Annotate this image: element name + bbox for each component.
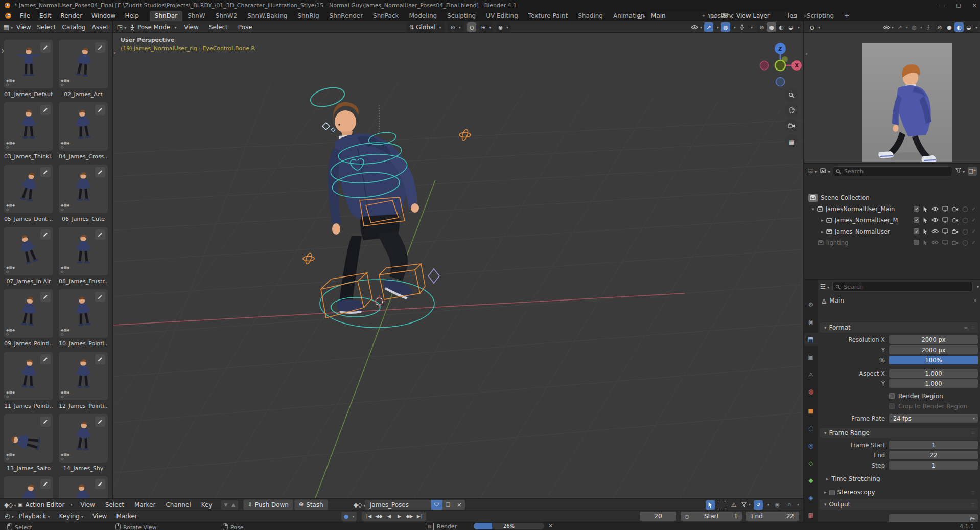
blender-menu-icon[interactable] bbox=[4, 12, 12, 19]
asset-card-partial[interactable] bbox=[59, 476, 108, 498]
viewport-menu-view[interactable]: View bbox=[179, 24, 203, 31]
edit-pose-icon[interactable] bbox=[40, 105, 51, 115]
tab-world[interactable]: ◍ bbox=[804, 385, 818, 398]
action-icon[interactable]: ◆◇▾ bbox=[354, 501, 364, 509]
timeline-view-menu[interactable]: View bbox=[88, 513, 111, 520]
collection-toggles[interactable]: ✓ ◯✓ bbox=[914, 203, 976, 214]
preview-visibility-dropdown[interactable]: ▾ bbox=[883, 25, 894, 30]
tab-physics[interactable]: ◌ bbox=[804, 422, 818, 435]
asset-card[interactable]: ◆▦◆◇02_James_Act bbox=[59, 40, 108, 98]
preview-shading-material[interactable]: ◐ bbox=[954, 22, 964, 32]
edit-pose-icon[interactable] bbox=[95, 167, 105, 177]
tab-shnw[interactable]: ShnW bbox=[182, 11, 211, 21]
exclude-checkbox[interactable]: ✓ bbox=[914, 217, 919, 223]
view-layer-field[interactable]: View Layer bbox=[733, 11, 788, 20]
panel-frame-range[interactable]: ▾Frame Range ∷ bbox=[820, 428, 978, 438]
camera-view-button[interactable] bbox=[785, 119, 798, 132]
tab-shnw-baking[interactable]: ShnW.Baking bbox=[242, 11, 292, 21]
current-frame-field[interactable]: 20 bbox=[640, 512, 676, 521]
dope-menu-marker[interactable]: Marker bbox=[130, 501, 160, 509]
properties-options-icon[interactable]: ▾ bbox=[977, 285, 979, 289]
frame-start-field[interactable]: 1 bbox=[889, 441, 978, 449]
view-layer-icon[interactable]: ▾ bbox=[721, 12, 732, 19]
xray-toggle[interactable] bbox=[738, 22, 747, 32]
asset-card[interactable]: ◆▦◆◇07_James_In Air bbox=[4, 227, 53, 285]
tab-shading[interactable]: Shading bbox=[573, 11, 608, 21]
stereoscopy-checkbox[interactable] bbox=[829, 490, 835, 495]
filters-dropdown[interactable]: ▾ bbox=[741, 502, 751, 508]
dope-menu-view[interactable]: View bbox=[76, 501, 99, 509]
preview-viewport[interactable]: ‹› bbox=[803, 33, 980, 163]
dope-proportional-icon[interactable]: ◉ bbox=[773, 500, 782, 510]
menu-window[interactable]: Window bbox=[87, 12, 120, 19]
shading-rendered[interactable]: ◒ bbox=[786, 22, 796, 32]
tab-scene[interactable]: ◬ bbox=[804, 367, 818, 381]
asset-menu-view[interactable]: View bbox=[13, 24, 34, 31]
preview-shading-solid[interactable]: ● bbox=[945, 22, 954, 32]
outliner-display-mode-icon[interactable]: ☰▾ bbox=[807, 168, 818, 175]
add-workspace-button[interactable]: + bbox=[839, 11, 854, 21]
tab-shndar[interactable]: ShnDar bbox=[150, 11, 182, 21]
asset-card[interactable]: ◆▦◆◇08_James_Frustr... bbox=[59, 227, 108, 285]
preview-gizmos-toggle[interactable]: ↗ bbox=[895, 22, 904, 32]
editor-mode-dropdown[interactable]: ▣ Action Editor▾ bbox=[15, 501, 75, 509]
tab-output[interactable]: ▤ bbox=[804, 333, 818, 346]
play-reverse-button[interactable]: ◀ bbox=[384, 512, 394, 521]
axis-neg-z[interactable] bbox=[776, 78, 785, 86]
snap-settings-dropdown[interactable]: ⊞▾ bbox=[479, 22, 493, 32]
pivot-point-dropdown[interactable]: ⊙▾ bbox=[448, 22, 464, 32]
dope-menu-select[interactable]: Select bbox=[101, 501, 129, 509]
auto-keying-toggle[interactable]: ●▾ bbox=[341, 512, 357, 521]
panel-stereoscopy[interactable]: ▸Stereoscopy ∷ bbox=[820, 487, 978, 497]
tab-texture[interactable]: ▩ bbox=[804, 509, 818, 522]
asset-card[interactable]: ◆▦◆◇06_James_Cute bbox=[59, 165, 108, 222]
outliner-search-input[interactable] bbox=[843, 168, 949, 175]
menu-edit[interactable]: Edit bbox=[35, 12, 56, 19]
expander-icon[interactable]: ▸ bbox=[821, 218, 824, 223]
move-channel-down-button[interactable]: ▼ bbox=[224, 502, 227, 508]
edit-pose-icon[interactable] bbox=[40, 292, 51, 302]
copy-action-button[interactable]: ❏ bbox=[442, 500, 454, 510]
resolution-y-field[interactable]: 2000 px bbox=[889, 345, 978, 354]
asset-card[interactable]: ◆▦◆◇12_James_Pointi... bbox=[59, 352, 108, 409]
expander-icon[interactable]: ▾ bbox=[812, 206, 814, 212]
tab-shnpack[interactable]: ShnPack bbox=[368, 11, 404, 21]
outliner-funnel-icon[interactable]: ▾ bbox=[955, 168, 965, 175]
pin-icon[interactable]: ⌖ bbox=[702, 13, 705, 19]
asset-card[interactable]: ◆▦◆◇10_James_Pointi... bbox=[59, 289, 108, 347]
outliner-row-collection-child1[interactable]: ▸ James_NormalUser_M bbox=[820, 215, 898, 225]
shading-solid[interactable]: ● bbox=[767, 22, 776, 32]
maximize-button[interactable]: ▢ bbox=[956, 3, 961, 8]
crop-region-checkbox[interactable] bbox=[889, 403, 895, 409]
cancel-render-button[interactable]: ✕ bbox=[548, 523, 553, 529]
dope-sheet-editor-icon[interactable]: ◆◇▾ bbox=[4, 501, 14, 509]
aspect-y-field[interactable]: 1.000 bbox=[889, 379, 978, 388]
preview-shading-wireframe[interactable]: ⊘ bbox=[935, 22, 944, 32]
close-button[interactable]: ✕ bbox=[972, 2, 977, 9]
viewport-scene[interactable]: Z X ▦ bbox=[113, 33, 803, 498]
asset-menu-asset[interactable]: Asset bbox=[89, 24, 112, 31]
falloff-dropdown[interactable]: ∩ bbox=[785, 500, 794, 510]
preview-overlays-toggle[interactable]: ◍ bbox=[909, 22, 919, 32]
asset-card[interactable]: ◆▦◆◇13_James_Salto bbox=[4, 414, 53, 472]
asset-card[interactable]: ◆▦◆◇11_James_Pointi... bbox=[4, 352, 53, 409]
output-path-field[interactable]: 🗁 bbox=[889, 514, 978, 522]
new-collection-button[interactable]: ❏⁺ bbox=[968, 167, 977, 176]
edit-pose-icon[interactable] bbox=[95, 229, 105, 240]
remove-view-layer-button[interactable]: × bbox=[801, 11, 810, 20]
asset-card[interactable]: ◆▦◆◇14_James_Shy bbox=[59, 414, 108, 472]
expander-icon[interactable]: ▸ bbox=[821, 229, 824, 234]
axis-y[interactable] bbox=[775, 60, 785, 71]
outliner-search[interactable] bbox=[833, 166, 952, 176]
tab-render[interactable]: ◉ bbox=[804, 315, 818, 329]
timeline-keying-menu[interactable]: Keying▾ bbox=[55, 513, 88, 520]
next-keyframe-button[interactable]: ◆▶ bbox=[404, 512, 414, 521]
prev-keyframe-button[interactable]: ◀◆ bbox=[374, 512, 384, 521]
edit-pose-icon[interactable] bbox=[95, 105, 105, 115]
panel-output[interactable]: ▾Output ∷ bbox=[820, 499, 978, 510]
tab-object[interactable]: ■ bbox=[804, 404, 818, 418]
frame-rate-dropdown[interactable]: 24 fps▾ bbox=[889, 414, 978, 423]
proportional-editing-dropdown[interactable]: ◉▾ bbox=[496, 22, 510, 32]
edit-pose-icon[interactable] bbox=[40, 354, 51, 364]
edit-pose-icon[interactable] bbox=[95, 417, 105, 427]
